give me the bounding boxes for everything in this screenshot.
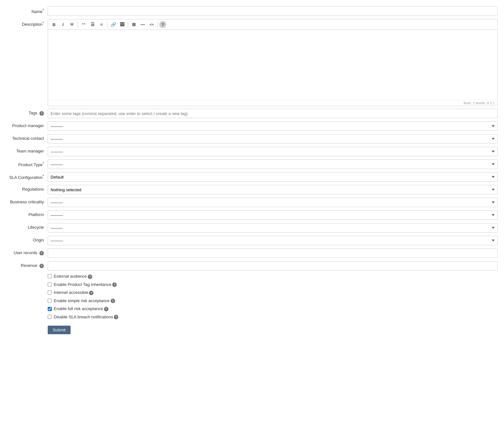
checkbox-help-icon-enable_product_tag_inheritance[interactable]: ? — [112, 282, 117, 287]
editor-toolbar: B I H ““ ☰ ≡ 🔗 🖼 ⊞ — <> ? — [48, 19, 497, 30]
link-button[interactable]: 🔗 — [109, 21, 117, 28]
origin-row: Origin --------- — [6, 236, 498, 246]
user-records-help-icon[interactable]: ? — [39, 251, 44, 255]
submit-button[interactable]: Submit — [48, 326, 71, 334]
user-records-label: User records ? — [6, 248, 48, 255]
hr-button[interactable]: — — [139, 21, 147, 28]
checkbox-row-enable_full_risk_acceptance: Enable full risk acceptance? — [6, 306, 498, 311]
checkbox-help-icon-enable_full_risk_acceptance[interactable]: ? — [104, 307, 108, 311]
toolbar-sep-1 — [78, 21, 78, 28]
table-button[interactable]: ⊞ — [130, 21, 138, 28]
toolbar-sep-3 — [128, 21, 128, 28]
description-row: Description* B I H ““ ☰ ≡ 🔗 🖼 ⊞ — — [6, 19, 498, 106]
tags-row: Tags ? — [6, 109, 498, 119]
lifecycle-select[interactable]: --------- — [48, 223, 498, 233]
checkbox-row-enable_product_tag_inheritance: Enable Product Tag Inheritance? — [6, 282, 498, 287]
platform-select[interactable]: --------- — [48, 210, 498, 220]
checkbox-label-enable_simple_risk_acceptance[interactable]: Enable simple risk acceptance? — [54, 298, 115, 303]
team-manager-row: Team manager --------- — [6, 147, 498, 157]
name-row: Name* — [6, 6, 498, 17]
revenue-label: Revenue ? — [6, 261, 48, 268]
team-manager-label: Team manager — [6, 147, 48, 153]
technical-contact-row: Technical contact --------- — [6, 134, 498, 144]
tags-input[interactable] — [48, 109, 498, 118]
submit-row: Submit — [6, 323, 498, 334]
product-type-row: Product Type* --------- — [6, 159, 498, 170]
ordered-list-button[interactable]: ≡ — [97, 21, 106, 28]
product-manager-select[interactable]: --------- — [48, 121, 498, 131]
unordered-list-button[interactable]: ☰ — [88, 21, 97, 28]
regulations-row: Regulations Nothing selected — [6, 185, 498, 195]
checkbox-row-disable_sla_breach_notifications: Disable SLA breach notifications? — [6, 315, 498, 320]
checkbox-enable_full_risk_acceptance[interactable] — [48, 307, 52, 311]
description-editor-body[interactable] — [48, 30, 497, 100]
product-type-select[interactable]: --------- — [48, 159, 498, 169]
technical-contact-label: Technical contact — [6, 134, 48, 141]
lifecycle-row: Lifecycle --------- — [6, 223, 498, 233]
business-criticality-label: Business criticality — [6, 198, 48, 204]
user-records-row: User records ? — [6, 248, 498, 259]
checkbox-enable_product_tag_inheritance[interactable] — [48, 282, 52, 287]
checkbox-help-icon-enable_simple_risk_acceptance[interactable]: ? — [111, 299, 115, 303]
form-container: Name* Description* B I H ““ ☰ ≡ 🔗 — [0, 6, 504, 334]
user-records-input[interactable] — [48, 248, 498, 258]
platform-row: Platform --------- — [6, 210, 498, 220]
sla-config-select[interactable]: Default — [48, 172, 498, 182]
product-type-label: Product Type* — [6, 159, 48, 167]
revenue-input[interactable] — [48, 261, 498, 271]
regulations-select[interactable]: Nothing selected — [48, 185, 498, 194]
checkbox-row-enable_simple_risk_acceptance: Enable simple risk acceptance? — [6, 298, 498, 303]
checkbox-label-enable_full_risk_acceptance[interactable]: Enable full risk acceptance? — [54, 306, 108, 311]
name-label: Name* — [6, 6, 48, 14]
technical-contact-select[interactable]: --------- — [48, 134, 498, 144]
sla-config-label: SLA Configuration* — [6, 172, 48, 180]
tags-help-icon[interactable]: ? — [39, 111, 44, 116]
checkbox-label-internet_accessible[interactable]: Internet accessible? — [54, 290, 93, 295]
product-manager-row: Product manager --------- — [6, 121, 498, 132]
origin-label: Origin — [6, 236, 48, 242]
checkbox-disable_sla_breach_notifications[interactable] — [48, 315, 52, 319]
image-button[interactable]: 🖼 — [118, 21, 126, 28]
checkbox-help-icon-disable_sla_breach_notifications[interactable]: ? — [114, 315, 118, 319]
tags-label: Tags ? — [6, 109, 48, 116]
checkbox-label-external_audience[interactable]: External audience? — [54, 274, 92, 279]
italic-button[interactable]: I — [59, 21, 67, 28]
help-button[interactable]: ? — [159, 21, 166, 28]
toolbar-sep-4 — [157, 21, 158, 28]
revenue-row: Revenue ? — [6, 261, 498, 271]
team-manager-select[interactable]: --------- — [48, 147, 498, 156]
code-button[interactable]: <> — [148, 21, 156, 28]
checkbox-help-icon-external_audience[interactable]: ? — [88, 274, 92, 279]
checkbox-help-icon-internet_accessible[interactable]: ? — [89, 291, 93, 295]
heading-button[interactable]: H — [68, 21, 76, 28]
sla-config-row: SLA Configuration* Default — [6, 172, 498, 182]
platform-label: Platform — [6, 210, 48, 217]
business-criticality-row: Business criticality --------- — [6, 198, 498, 208]
editor-footer: lines: 1 words: 0 1:1 — [48, 100, 497, 106]
checkbox-row-internet_accessible: Internet accessible? — [6, 290, 498, 295]
description-editor: B I H ““ ☰ ≡ 🔗 🖼 ⊞ — <> ? — [48, 19, 498, 106]
blockquote-button[interactable]: ““ — [79, 21, 88, 28]
checkbox-label-disable_sla_breach_notifications[interactable]: Disable SLA breach notifications? — [54, 315, 118, 320]
name-input[interactable] — [48, 6, 498, 16]
lifecycle-label: Lifecycle — [6, 223, 48, 230]
checkbox-internet_accessible[interactable] — [48, 290, 52, 295]
regulations-label: Regulations — [6, 185, 48, 192]
description-label: Description* — [6, 19, 48, 27]
product-manager-label: Product manager — [6, 121, 48, 128]
business-criticality-select[interactable]: --------- — [48, 198, 498, 207]
checkbox-label-enable_product_tag_inheritance[interactable]: Enable Product Tag Inheritance? — [54, 282, 117, 287]
bold-button[interactable]: B — [50, 21, 58, 28]
origin-select[interactable]: --------- — [48, 236, 498, 245]
checkbox-external_audience[interactable] — [48, 274, 52, 278]
checkbox-enable_simple_risk_acceptance[interactable] — [48, 299, 52, 303]
checkbox-row-external_audience: External audience? — [6, 274, 498, 279]
checkboxes-section: External audience?Enable Product Tag Inh… — [6, 274, 498, 319]
revenue-help-icon[interactable]: ? — [39, 264, 44, 268]
toolbar-sep-2 — [107, 21, 107, 28]
